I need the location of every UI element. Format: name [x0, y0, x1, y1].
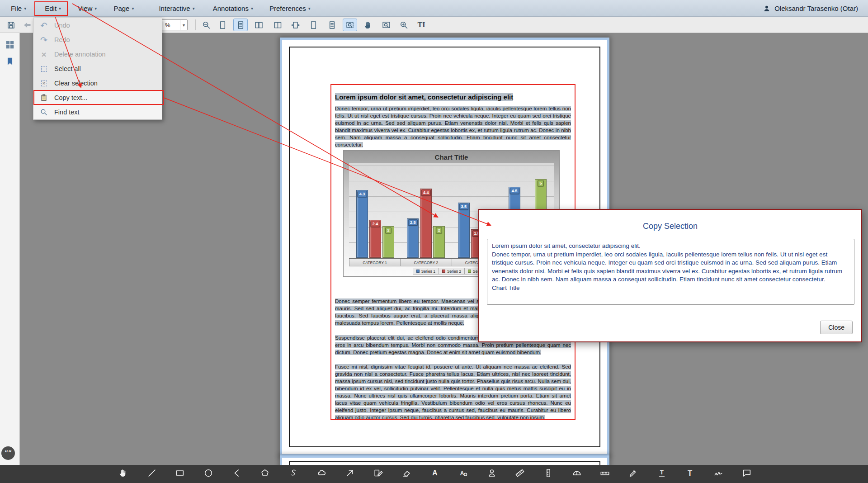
ruler-tool[interactable] [542, 468, 554, 480]
chart-legend-item: Series 1 [413, 268, 439, 275]
menu-item-undo[interactable]: ↶Undo [33, 18, 162, 33]
squiggly-icon [288, 468, 298, 480]
marker-icon [628, 468, 638, 480]
chart-legend-swatch [442, 270, 445, 273]
svg-text:T: T [688, 469, 692, 477]
single-page-continuous-button[interactable] [233, 19, 248, 31]
line-tool[interactable] [146, 468, 158, 480]
highlighter-tool[interactable] [627, 468, 639, 480]
distance-measure-tool[interactable] [514, 468, 526, 480]
redo-icon: ↷ [39, 35, 48, 44]
chart-legend-swatch [416, 270, 420, 273]
thumbnails-panel-button[interactable] [5, 40, 15, 50]
chart-bar-series-3: 2 [382, 226, 394, 258]
chevron-down-icon: ▾ [132, 6, 134, 11]
menu-preferences[interactable]: Preferences▾ [269, 5, 311, 12]
clipboard-icon [39, 93, 48, 102]
pan-tool[interactable] [118, 468, 129, 480]
ellipse-tool[interactable] [203, 468, 214, 480]
chart-bar-value-label: 2.4 [371, 221, 380, 227]
arrow-tool[interactable] [344, 468, 356, 480]
menu-file[interactable]: File▾ [11, 5, 26, 12]
chevron-down-icon: ▾ [193, 6, 195, 11]
fit-width-button[interactable] [288, 19, 302, 31]
chart-category-group: 2.54.42 [407, 163, 445, 258]
squiggly-tool[interactable] [288, 468, 299, 480]
menu-interactive[interactable]: Interactive▾ [159, 5, 194, 12]
menu-item-select-all[interactable]: Select all [33, 62, 162, 76]
eraser-tool[interactable] [401, 468, 413, 480]
free-text-tool[interactable]: A [429, 468, 441, 480]
chevron-down-icon: ▾ [180, 20, 187, 30]
cover-page-button[interactable] [270, 19, 285, 31]
dynamic-zoom-button[interactable] [396, 19, 411, 31]
pdf-viewer-app: { "menubar": { "items": [ {"label": "Fil… [0, 0, 868, 483]
chevron-down-icon: ▾ [94, 6, 97, 11]
edit-dropdown-menu: ↶Undo ↷Redo ×Delete annotation Select al… [33, 18, 162, 120]
quote-icon: ”” [5, 450, 12, 457]
menu-item-delete-annotation[interactable]: ×Delete annotation [33, 47, 162, 62]
feedback-button[interactable]: ”” [1, 446, 15, 460]
cloud-tool[interactable] [316, 468, 328, 480]
signature-tool[interactable] [712, 468, 724, 480]
chart-bar-series-3: 2 [433, 226, 445, 258]
fit-visible-button[interactable] [325, 19, 339, 31]
polyline-tool[interactable] [231, 468, 243, 480]
menu-item-label: Copy text... [54, 94, 87, 101]
menu-item-copy-text[interactable]: Copy text... [33, 90, 162, 105]
document-paragraph: Fusce mi nisl, dignissim vitae feugiat i… [335, 363, 571, 420]
zoom-window-button[interactable] [379, 19, 393, 31]
stamp-tool[interactable] [486, 468, 498, 480]
bookmarks-panel-button[interactable] [5, 57, 15, 66]
svg-text:A: A [460, 470, 464, 477]
save-button[interactable] [4, 19, 18, 31]
calibrate-tool[interactable] [599, 468, 611, 480]
chevron-down-icon: ▾ [24, 6, 26, 11]
single-page-button[interactable] [215, 19, 230, 31]
zoom-percent-select[interactable]: %▾ [160, 19, 188, 30]
menu-item-find-text[interactable]: Find text [33, 105, 162, 119]
copy-text-output[interactable]: Lorem ipsum dolor sit amet, consectetur … [487, 239, 854, 305]
chart-bar-value-label: 2 [385, 227, 391, 233]
polygon-tool[interactable] [259, 468, 271, 480]
rectangle-tool[interactable] [174, 468, 186, 480]
text-underline-tool[interactable]: T [656, 468, 668, 480]
menu-item-label: Select all [54, 65, 81, 72]
chart-bar-series-1: 2.5 [407, 218, 419, 258]
menu-page[interactable]: Page▾ [113, 5, 134, 12]
menu-page-label: Page [113, 5, 129, 12]
menu-edit[interactable]: Edit▾ [45, 5, 61, 12]
fit-page-button[interactable] [306, 19, 321, 31]
close-button[interactable]: Close [820, 321, 853, 334]
pan-button[interactable] [361, 19, 375, 31]
menu-annotations[interactable]: Annotations▾ [213, 5, 253, 12]
user-account[interactable]: Oleksandr Tarasenko (Otar) [762, 0, 858, 17]
chart-bar-value-label: 5 [538, 180, 543, 186]
comment-tool[interactable] [741, 468, 753, 480]
font-style-tool[interactable]: A [458, 468, 469, 480]
ellipse-icon [203, 468, 213, 480]
menu-item-redo[interactable]: ↷Redo [33, 33, 162, 47]
pencil-note-icon [373, 468, 383, 480]
chart-bar-value-label: 3.5 [459, 204, 468, 210]
letter-a-circle-icon: A [458, 468, 468, 480]
text-tool[interactable]: T [684, 468, 696, 480]
zoom-out-button[interactable] [199, 19, 213, 31]
menu-item-clear-selection[interactable]: ×Clear selection [33, 76, 162, 90]
protractor-tool[interactable] [571, 468, 583, 480]
text-select-button[interactable]: TI [414, 19, 429, 31]
two-page-button[interactable] [251, 19, 266, 31]
sidebar [0, 33, 20, 483]
letter-t-icon: T [685, 468, 695, 480]
chart-bar-series-2: 2.4 [369, 220, 381, 258]
find-icon [39, 108, 48, 117]
menu-view[interactable]: View▾ [78, 5, 97, 12]
note-tool[interactable] [373, 468, 384, 480]
chevron-down-icon: ▾ [59, 6, 61, 11]
zoom-unit-label: % [165, 22, 170, 28]
hand-icon [118, 468, 128, 480]
marquee-zoom-button[interactable] [343, 19, 357, 31]
polygon-icon [260, 468, 270, 480]
back-button[interactable] [20, 19, 34, 31]
chart-bar-series-1: 3.5 [458, 203, 470, 258]
